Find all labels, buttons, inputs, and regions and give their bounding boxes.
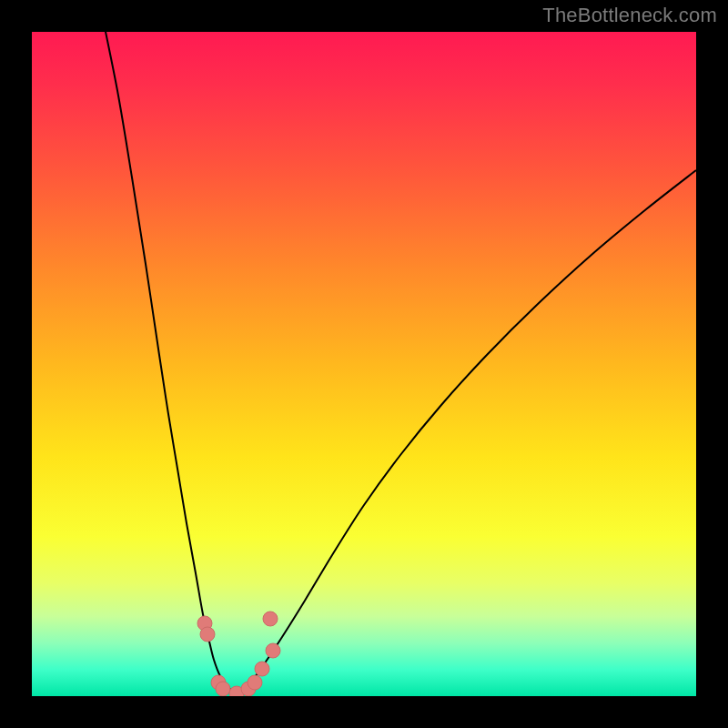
data-marker <box>200 627 215 642</box>
data-marker <box>263 612 278 626</box>
left-curve <box>105 32 237 693</box>
right-curve <box>237 170 696 693</box>
data-marker <box>255 662 269 676</box>
data-marker <box>266 643 280 658</box>
data-marker <box>216 682 230 696</box>
watermark-text: TheBottleneck.com <box>542 4 717 27</box>
data-marker <box>248 675 262 690</box>
marker-group <box>197 612 280 696</box>
chart-frame: TheBottleneck.com <box>0 0 728 728</box>
plot-area <box>32 32 696 696</box>
curve-layer <box>32 32 696 696</box>
